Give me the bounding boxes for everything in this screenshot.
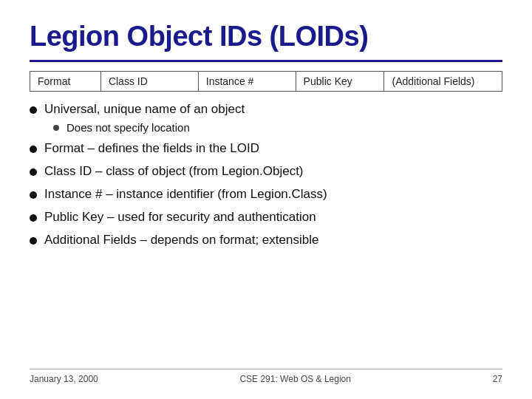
bullet-dot-1 [30,106,37,114]
slide: Legion Object IDs (LOIDs) Format Class I… [0,0,532,399]
title-divider [30,60,502,62]
col-instance: Instance # [198,72,296,92]
bullet-main-1: Universal, unique name of an object [30,102,502,117]
bullet-item-5-text: Additional Fields – depends on format; e… [44,233,318,248]
bullet-dot-i4 [30,214,37,222]
bullet-dot-i1 [30,146,37,153]
footer-right: 27 [493,374,502,384]
bullet-item-2-text: Class ID – class of object (from Legion.… [44,164,304,179]
bullet-sub-dot-1 [53,125,59,131]
bullet-item-1: Format – defines the fields in the LOID [30,141,502,156]
bullet-item-5: Additional Fields – depends on format; e… [30,233,502,248]
col-pubkey: Public Key [296,72,384,92]
bullet-item-2: Class ID – class of object (from Legion.… [30,164,502,179]
loid-table-container: Format Class ID Instance # Public Key (A… [30,71,502,92]
bullet-dot-i2 [30,168,37,176]
footer-left: January 13, 2000 [30,374,98,384]
table-row: Format Class ID Instance # Public Key (A… [30,72,502,92]
bullet-sub-1-text: Does not specify location [66,121,190,134]
footer: January 13, 2000 CSE 291: Web OS & Legio… [30,369,502,384]
footer-center: CSE 291: Web OS & Legion [239,374,351,384]
bullet-main-1-text: Universal, unique name of an object [44,102,245,117]
bullet-sub-1: Does not specify location [53,121,502,134]
bullet-item-1-text: Format – defines the fields in the LOID [44,141,259,156]
loid-table: Format Class ID Instance # Public Key (A… [30,71,502,92]
bullet-list: Format – defines the fields in the LOID … [30,141,502,252]
col-classid: Class ID [100,72,198,92]
slide-title: Legion Object IDs (LOIDs) [30,21,502,52]
bullet-item-3: Instance # – instance identifier (from L… [30,187,502,202]
col-addfields: (Additional Fields) [384,72,502,92]
bullet-dot-i5 [30,237,37,245]
bullet-item-3-text: Instance # – instance identifier (from L… [44,187,327,202]
col-format: Format [30,72,101,92]
content-area: Universal, unique name of an object Does… [30,102,502,369]
bullet-item-4: Public Key – used for security and authe… [30,210,502,225]
bullet-dot-i3 [30,191,37,199]
bullet-item-4-text: Public Key – used for security and authe… [44,210,316,225]
